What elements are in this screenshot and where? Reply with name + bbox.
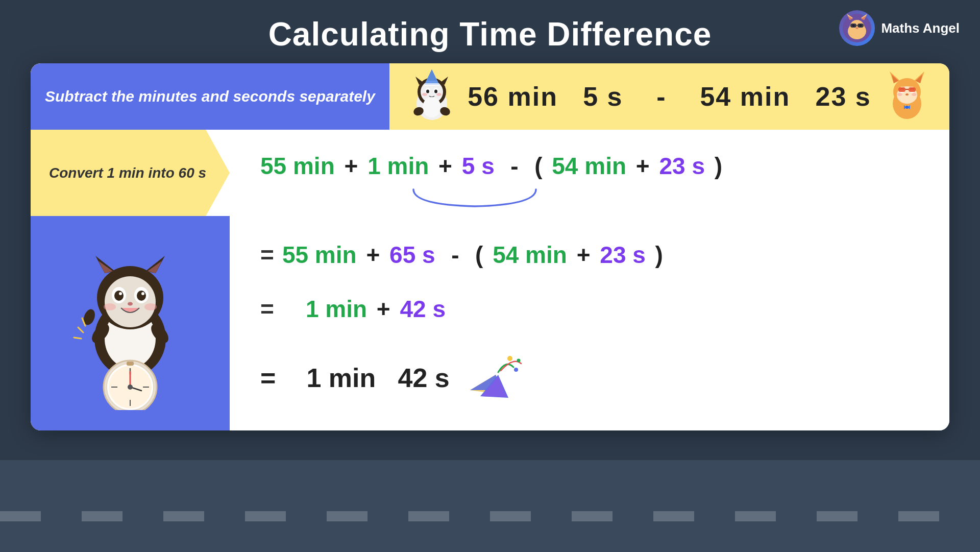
s2-cparen: ) [649, 241, 663, 269]
s1-55min: 55 min [260, 152, 335, 180]
s1-54min: 54 min [546, 152, 627, 180]
svg-rect-80 [127, 362, 134, 366]
step4-formula: = 1 min 42 s [260, 349, 929, 406]
s1-open-paren: ( [534, 152, 542, 180]
convert-step1-row: Convert 1 min into 60 s 55 min + 1 min +… [31, 130, 949, 216]
s2-eq: = [260, 241, 274, 269]
s2-plus2: + [570, 241, 597, 269]
page-title: Calculating Time Difference [0, 15, 980, 53]
s4-eq: = [260, 363, 276, 393]
bottom-section: = 55 min + 65 s - ( 54 min + 23 s ) = 1 … [31, 216, 949, 430]
main-equation: 56 min 5 s - 54 min 23 s [468, 81, 871, 112]
s2-55min: 55 min [282, 241, 357, 269]
s2-65s: 65 s [389, 241, 435, 269]
svg-point-90 [517, 359, 520, 363]
s1-plus1: + [338, 152, 364, 180]
card-content: Convert 1 min into 60 s 55 min + 1 min +… [31, 130, 949, 430]
main-card: Subtract the minutes and seconds separat… [31, 63, 949, 430]
svg-point-29 [423, 97, 441, 117]
blue-label-text: Subtract the minutes and seconds separat… [31, 63, 389, 130]
s3-42s: 42 s [400, 295, 446, 323]
page-header: Calculating Time Difference [0, 0, 980, 63]
svg-point-60 [114, 291, 124, 301]
s1-1min: 1 min [368, 152, 429, 180]
svg-marker-56 [99, 261, 113, 273]
fox-svg-top [881, 65, 933, 122]
cat-character-top [406, 65, 457, 128]
svg-point-28 [436, 93, 442, 96]
brace-svg [403, 187, 546, 210]
svg-rect-41 [898, 87, 905, 92]
cat-svg-top [406, 65, 457, 122]
svg-marker-57 [148, 261, 162, 273]
blue-left-panel [31, 216, 230, 430]
step1-area: 55 min + 1 min + 5 s - ( 54 min + 23 s ) [230, 130, 949, 216]
logo-mascot-svg [842, 13, 872, 43]
party-popper-icon [465, 349, 526, 406]
svg-point-26 [434, 89, 437, 93]
s2-54min: 54 min [486, 241, 567, 269]
s2-23s: 23 s [600, 241, 646, 269]
top-banner: Subtract the minutes and seconds separat… [31, 63, 949, 130]
s2-plus: + [360, 241, 386, 269]
step1-formula: 55 min + 1 min + 5 s - ( 54 min + 23 s ) [260, 152, 929, 180]
svg-point-44 [905, 93, 909, 95]
svg-point-14 [856, 28, 859, 29]
logo-text: Maths Angel [881, 20, 960, 36]
s1-plus2: + [432, 152, 458, 180]
svg-point-46 [912, 93, 917, 96]
equation-area: 56 min 5 s - 54 min 23 s [389, 65, 949, 128]
s3-plus: + [370, 295, 397, 323]
logo-icon [839, 10, 875, 46]
steps-right: = 55 min + 65 s - ( 54 min + 23 s ) = 1 … [230, 216, 949, 430]
s1-minus: - [498, 152, 531, 180]
s3-eq: = [260, 295, 274, 323]
step3-formula: = 1 min + 42 s [260, 295, 929, 323]
s1-plus3: + [629, 152, 656, 180]
svg-line-81 [78, 327, 83, 332]
fox-character-top [881, 65, 933, 128]
svg-point-66 [144, 303, 157, 310]
s1-23s: 23 s [659, 152, 705, 180]
svg-point-25 [426, 89, 429, 93]
svg-point-63 [141, 292, 144, 295]
svg-point-27 [422, 93, 427, 96]
svg-point-65 [104, 303, 116, 310]
svg-point-61 [137, 291, 146, 301]
s1-close-paren: ) [708, 152, 722, 180]
s2-oparen: ( [475, 241, 483, 269]
s4-1min: 1 min 42 s [306, 363, 449, 393]
road-background [0, 460, 980, 552]
svg-point-49 [905, 106, 909, 109]
svg-point-64 [128, 302, 133, 306]
svg-rect-20 [424, 83, 439, 86]
s3-1min: 1 min [306, 295, 367, 323]
svg-point-53 [105, 276, 156, 327]
svg-rect-12 [857, 23, 864, 28]
svg-line-82 [74, 338, 81, 339]
svg-point-45 [897, 93, 902, 96]
step2-formula: = 55 min + 65 s - ( 54 min + 23 s ) [260, 241, 929, 269]
svg-marker-19 [427, 69, 437, 81]
cat-stopwatch-svg [59, 236, 202, 410]
logo-area: Maths Angel [839, 10, 960, 46]
brace-annotation [260, 187, 929, 212]
svg-rect-42 [909, 87, 916, 92]
svg-point-62 [119, 292, 122, 295]
party-popper-svg [465, 349, 526, 400]
svg-point-89 [514, 368, 518, 372]
s2-minus: - [438, 241, 472, 269]
s1-5s: 5 s [462, 152, 495, 180]
svg-point-79 [128, 385, 133, 390]
svg-rect-11 [850, 23, 856, 28]
svg-point-88 [507, 356, 512, 361]
convert-label: Convert 1 min into 60 s [31, 130, 230, 216]
